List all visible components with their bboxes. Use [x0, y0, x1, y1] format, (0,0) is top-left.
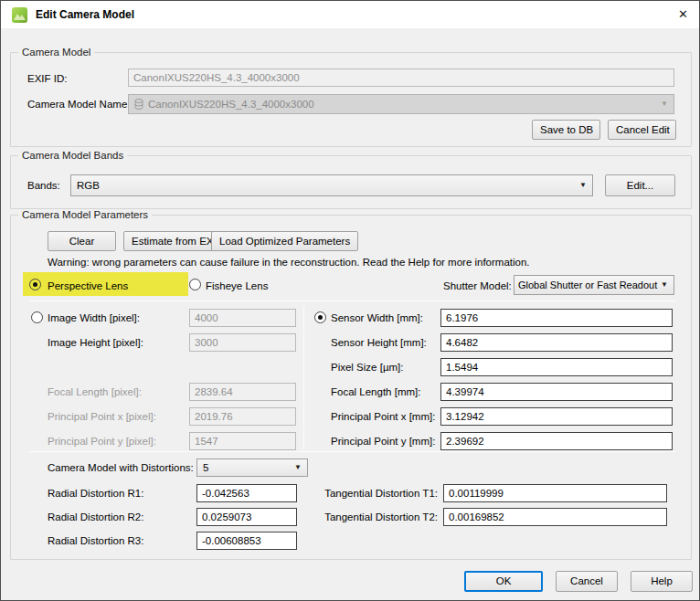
focal-length-mm-input[interactable]: [440, 383, 673, 401]
cancel-edit-button[interactable]: Cancel Edit: [608, 120, 676, 140]
radial-r2-label: Radial Distortion R2:: [48, 511, 143, 523]
separator: [303, 306, 304, 449]
shutter-model-combo[interactable]: Global Shutter or Fast Readout ▼: [514, 275, 674, 295]
tangential-t2-input[interactable]: [443, 508, 667, 526]
save-to-db-button[interactable]: Save to DB: [532, 120, 600, 140]
sensor-width-label: Sensor Width [mm]:: [331, 311, 423, 324]
camera-model-name-value: CanonIXUS220HS_4.3_4000x3000: [148, 99, 314, 110]
close-icon[interactable]: ✕: [678, 7, 688, 22]
title-bar: Edit Camera Model ✕: [1, 1, 699, 28]
principal-point-y-mm-label: Principal Point y [mm]:: [331, 435, 435, 448]
principal-point-y-pixel-label: Principal Point y [pixel]:: [48, 435, 156, 448]
chevron-down-icon: ▼: [294, 459, 302, 476]
help-button[interactable]: Help: [631, 571, 693, 592]
radial-r1-input[interactable]: [196, 484, 297, 502]
distortions-count-value: 5: [203, 462, 208, 473]
separator: [29, 451, 675, 452]
window-title: Edit Camera Model: [36, 8, 134, 21]
focal-length-mm-label: Focal Length [mm]:: [331, 385, 420, 398]
camera-model-group-label: Camera Model: [18, 47, 94, 58]
distortions-count-combo[interactable]: 5 ▼: [196, 459, 308, 477]
warning-text: Warning: wrong parameters can cause fail…: [48, 257, 530, 268]
fisheye-lens-label[interactable]: Fisheye Lens: [206, 279, 268, 292]
pixel-size-input[interactable]: [440, 358, 673, 376]
bands-value: RGB: [77, 180, 100, 191]
perspective-lens-label[interactable]: Perspective Lens: [48, 279, 128, 292]
edit-camera-model-dialog: Edit Camera Model ✕ Camera Model EXIF ID…: [0, 0, 700, 601]
load-optimized-parameters-button[interactable]: Load Optimized Parameters: [211, 231, 358, 251]
image-width-radio[interactable]: [31, 311, 43, 323]
perspective-lens-radio[interactable]: [29, 279, 41, 290]
principal-point-x-pixel-input: [189, 407, 296, 426]
sensor-height-label: Sensor Height [mm]:: [331, 336, 427, 349]
image-height-input: [189, 333, 296, 352]
bands-edit-button[interactable]: Edit...: [605, 174, 675, 196]
exif-id-input: [128, 69, 674, 87]
cancel-button[interactable]: Cancel: [556, 571, 618, 592]
ok-button[interactable]: OK: [464, 571, 543, 592]
tangential-t1-label: Tangential Distortion T1:: [303, 487, 438, 500]
chevron-down-icon: ▼: [579, 175, 587, 195]
bands-group-label: Camera Model Bands: [18, 150, 127, 162]
image-width-input: [189, 309, 296, 327]
shutter-model-label: Shutter Model:: [443, 279, 512, 292]
fisheye-lens-radio[interactable]: [189, 279, 201, 290]
app-icon: [12, 7, 27, 23]
focal-length-pixel-label: Focal Length [pixel]:: [48, 385, 142, 398]
clear-button[interactable]: Clear: [48, 231, 116, 251]
sensor-width-radio[interactable]: [314, 311, 326, 323]
camera-model-group: Camera Model EXIF ID: Camera Model Name:…: [10, 52, 692, 147]
database-icon: [134, 97, 143, 114]
image-height-label: Image Height [pixel]:: [48, 336, 143, 349]
principal-point-x-mm-label: Principal Point x [mm]:: [331, 410, 435, 423]
distortions-count-label: Camera Model with Distortions:: [48, 461, 194, 474]
chevron-down-icon: ▼: [661, 95, 668, 113]
shutter-model-value: Global Shutter or Fast Readout: [518, 279, 657, 290]
bands-combo[interactable]: RGB ▼: [70, 174, 593, 196]
chevron-down-icon: ▼: [661, 276, 668, 294]
pixel-size-label: Pixel Size [µm]:: [331, 361, 403, 374]
radial-r1-label: Radial Distortion R1:: [48, 487, 143, 500]
sensor-width-input[interactable]: [440, 309, 673, 327]
principal-point-x-pixel-label: Principal Point x [pixel]:: [48, 410, 156, 423]
radial-r2-input[interactable]: [196, 508, 297, 526]
camera-model-name-label: Camera Model Name:: [27, 98, 130, 111]
exif-id-label: EXIF ID:: [27, 72, 67, 85]
principal-point-y-mm-input[interactable]: [440, 432, 673, 450]
image-width-label: Image Width [pixel]:: [48, 311, 140, 324]
tangential-t2-label: Tangential Distortion T2:: [303, 511, 438, 523]
parameters-group-label: Camera Model Parameters: [18, 209, 152, 221]
tangential-t1-input[interactable]: [443, 484, 667, 502]
radial-r3-label: Radial Distortion R3:: [48, 534, 143, 547]
principal-point-x-mm-input[interactable]: [440, 407, 673, 426]
principal-point-y-pixel-input: [189, 432, 296, 450]
focal-length-pixel-input: [189, 383, 296, 401]
camera-model-bands-group: Camera Model Bands Bands: RGB ▼ Edit...: [10, 155, 692, 209]
bands-label: Bands:: [27, 179, 60, 192]
separator: [29, 300, 675, 301]
camera-model-parameters-group: Camera Model Parameters Clear Estimate f…: [10, 215, 692, 560]
radial-r3-input[interactable]: [196, 532, 297, 550]
camera-model-name-combo: CanonIXUS220HS_4.3_4000x3000 ▼: [128, 94, 674, 114]
sensor-height-input[interactable]: [440, 333, 673, 352]
